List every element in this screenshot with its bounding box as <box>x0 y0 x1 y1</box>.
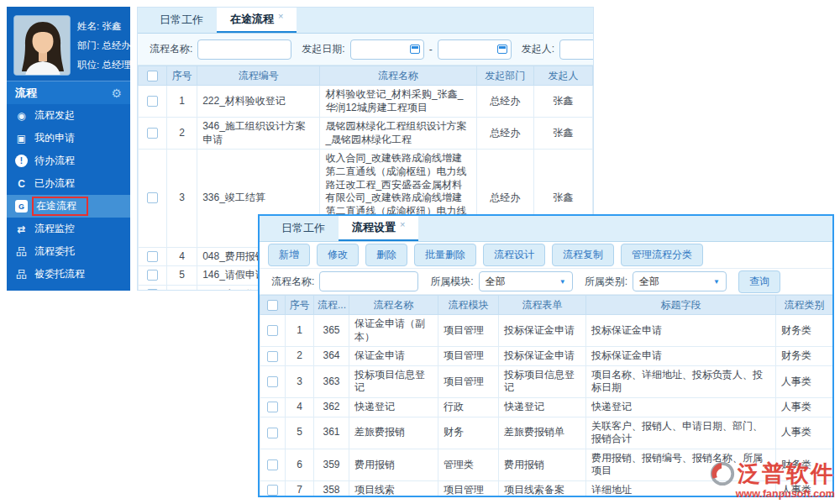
table-row[interactable]: 3363投标项目信息登记项目管理投标项目信息登记项目名称、详细地址、投标负责人、… <box>260 365 833 397</box>
row-checkbox[interactable] <box>147 289 158 291</box>
batch-delete-button[interactable]: 批量删除 <box>414 244 476 266</box>
row-checkbox[interactable] <box>267 485 278 496</box>
row-checkbox[interactable] <box>147 270 158 281</box>
tab-process-settings[interactable]: 流程设置× <box>339 216 418 241</box>
cell: 项目线索 <box>349 480 438 497</box>
modify-button[interactable]: 修改 <box>317 244 359 266</box>
tab-in-transit[interactable]: 在途流程× <box>217 8 297 33</box>
gear-icon[interactable]: ⚙ <box>111 87 122 100</box>
process-name-input[interactable] <box>319 271 418 291</box>
row-checkbox[interactable] <box>267 402 278 412</box>
cell: 投标保证金申请 <box>586 315 776 347</box>
close-icon[interactable]: × <box>278 11 283 21</box>
select-all-cell <box>260 296 286 315</box>
cell: 快递登记 <box>586 397 776 417</box>
process-copy-button[interactable]: 流程复制 <box>552 244 614 266</box>
cell: 行政 <box>438 397 499 417</box>
initiator-input[interactable] <box>559 39 594 60</box>
sidebar-item-process-initiate[interactable]: ◉流程发起 <box>7 104 130 127</box>
table-row[interactable]: 7358项目线索项目管理项目线索备案详细地址人事类 <box>260 480 833 497</box>
tab-label: 日常工作 <box>160 13 203 28</box>
table-row[interactable]: 2364保证金申请项目管理投标保证金申请投标保证金申请财务类 <box>260 347 833 366</box>
in-transit-icon: G <box>15 200 28 213</box>
sidebar-item-in-transit-processes[interactable]: G在途流程 <box>7 195 130 218</box>
tab-daily-work[interactable]: 日常工作 <box>268 216 339 241</box>
category-select[interactable]: 全部 ▼ <box>633 271 727 291</box>
sidebar-item-my-applications[interactable]: ▣我的申请 <box>7 127 130 150</box>
cell: 财务 <box>438 417 499 449</box>
window2-tabbar: 日常工作流程设置× <box>260 216 832 242</box>
cell: 2 <box>167 118 197 150</box>
sidebar-menu-header: 流程 ⚙ <box>7 81 130 104</box>
sidebar-item-label: 流程发起 <box>34 108 75 123</box>
cell: 365 <box>314 315 349 347</box>
row-checkbox[interactable] <box>267 351 278 362</box>
cell: 222_材料验收登记 <box>197 86 320 118</box>
delete-button[interactable]: 删除 <box>365 244 407 266</box>
manage-category-button[interactable]: 管理流程分类 <box>621 244 703 266</box>
search-button[interactable]: 查询 <box>738 270 780 293</box>
column-header: 流程类别 <box>776 296 833 315</box>
row-checkbox[interactable] <box>147 128 158 139</box>
table-row[interactable]: 1222_材料验收登记材料验收登记_材料采购_张鑫_华润12城房建工程项目总经办… <box>139 86 593 118</box>
cell: 人事类 <box>776 417 833 449</box>
table-row[interactable]: 6359费用报销管理类费用报销费用报销、报销编号、报销名称、所属项目财务类 <box>260 449 833 480</box>
sidebar-item-completed-processes[interactable]: C已办流程 <box>7 172 130 195</box>
process-design-button[interactable]: 流程设计 <box>483 244 545 266</box>
cell: 4 <box>286 397 314 417</box>
row-select-cell <box>139 266 167 286</box>
row-checkbox[interactable] <box>147 251 158 262</box>
calendar-icon[interactable] <box>497 45 507 54</box>
sidebar-item-delegated-processes[interactable]: 品被委托流程 <box>7 263 130 286</box>
column-header: 序号 <box>286 296 314 315</box>
row-select-cell <box>260 315 286 347</box>
add-button[interactable]: 新增 <box>268 244 310 266</box>
initiator-label: 发起人: <box>522 42 554 56</box>
page: 姓名: 张鑫 部门: 总经办 职位: 总经理 流程 ⚙ ◉流程发起▣我的申请!待… <box>0 0 840 504</box>
tab-daily-work[interactable]: 日常工作 <box>146 8 217 33</box>
row-checkbox[interactable] <box>147 96 158 107</box>
sync-icon: ⇄ <box>15 223 28 235</box>
process-name-label: 流程名称: <box>150 42 192 56</box>
table-row[interactable]: 5361差旅费报销财务差旅费报销单关联客户、报销人、申请日期、部门、报销合计人事… <box>260 417 833 449</box>
row-checkbox[interactable] <box>267 325 278 336</box>
sidebar-menu: ◉流程发起▣我的申请!待办流程C已办流程G在途流程⇄流程监控品流程委托品被委托流… <box>7 104 130 286</box>
chevron-down-icon: ▼ <box>713 278 720 286</box>
cell: 项目线索备案 <box>499 480 586 497</box>
window1-filterbar: 流程名称: 发起日期: - 发起人: <box>138 34 593 66</box>
row-checkbox[interactable] <box>267 428 278 438</box>
column-header: 流程编号 <box>197 66 320 86</box>
process-name-input[interactable] <box>197 39 291 60</box>
process-name-label: 流程名称: <box>271 275 314 289</box>
cell: 项目管理 <box>438 347 499 366</box>
start-date-to <box>438 39 512 60</box>
alert-icon: ! <box>15 155 28 167</box>
table-row[interactable]: 2346_施工组织设计方案申请晟铭园林绿化工程组织设计方案_晟铭园林绿化工程总经… <box>139 118 593 150</box>
sidebar-item-process-delegation[interactable]: 品流程委托 <box>7 240 130 263</box>
sidebar-item-pending-processes[interactable]: !待办流程 <box>7 150 130 172</box>
cell: 投标保证金申请 <box>586 347 776 366</box>
table-row[interactable]: 1365保证金申请（副本）项目管理投标保证金申请投标保证金申请财务类 <box>260 315 833 347</box>
select-all-checkbox[interactable] <box>147 71 158 81</box>
close-icon[interactable]: × <box>400 219 405 229</box>
cell: 快递登记 <box>499 397 586 417</box>
row-select-cell <box>260 480 286 497</box>
cell: 财务类 <box>776 449 833 480</box>
window1-tabbar: 日常工作在途流程× <box>138 8 593 34</box>
module-select[interactable]: 全部 ▼ <box>479 271 573 291</box>
select-all-checkbox[interactable] <box>267 300 278 311</box>
sidebar-item-label: 待办流程 <box>34 154 75 168</box>
sidebar-item-label: 已办流程 <box>34 176 75 191</box>
cell: 关联客户、报销人、申请日期、部门、报销合计 <box>586 417 776 449</box>
cell: 6 <box>167 285 197 291</box>
calendar-icon[interactable] <box>410 45 420 54</box>
redo-icon: C <box>15 177 28 190</box>
sidebar-item-process-monitor[interactable]: ⇄流程监控 <box>7 218 130 240</box>
sidebar: 姓名: 张鑫 部门: 总经办 职位: 总经理 流程 ⚙ ◉流程发起▣我的申请!待… <box>7 7 130 291</box>
row-checkbox[interactable] <box>267 376 278 387</box>
table-row[interactable]: 4362快递登记行政快递登记快递登记人事类 <box>260 397 833 417</box>
row-checkbox[interactable] <box>267 459 278 470</box>
id-card-icon: ▣ <box>15 132 28 144</box>
row-checkbox[interactable] <box>147 192 158 203</box>
cell: 3 <box>286 365 314 397</box>
